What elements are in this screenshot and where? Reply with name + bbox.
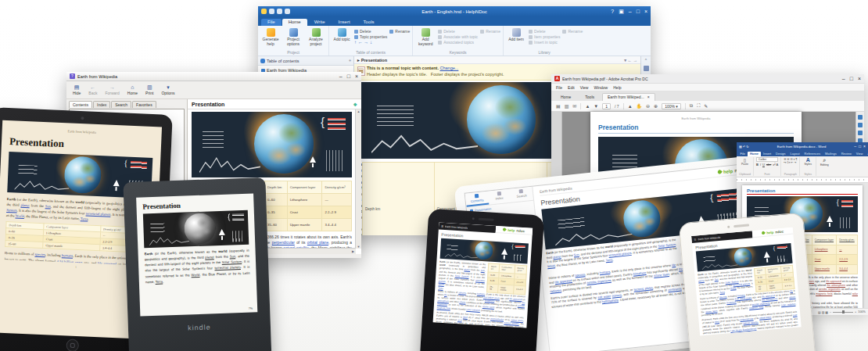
fullscreen-icon[interactable]: ⛶	[697, 103, 700, 109]
maximize-button[interactable]: □	[850, 76, 853, 81]
font-style-buttons[interactable]: B I U abc x² A	[756, 163, 778, 167]
add-topic-button[interactable]: Add topic	[332, 27, 352, 42]
minimize-button[interactable]: –	[854, 145, 856, 149]
document-tab[interactable]: Earth from Wikiped... ×	[602, 93, 655, 101]
tab-index[interactable]: Index	[487, 189, 511, 205]
delete-item-button[interactable]: Delete	[529, 29, 560, 34]
project-options-button[interactable]: Project options	[283, 27, 303, 46]
editing-button[interactable]: ⌕Editing	[819, 157, 830, 167]
menu-view[interactable]: View	[580, 85, 589, 90]
menu-edit[interactable]: Edit	[568, 85, 575, 90]
rename-topic-button[interactable]: Rename	[389, 29, 410, 34]
email-icon[interactable]: ✉	[572, 103, 576, 109]
menu-help[interactable]: Help	[613, 85, 621, 90]
editor-nav-icons[interactable]: ▾ ← →	[624, 58, 637, 63]
tab-file[interactable]: File	[738, 152, 747, 156]
associate-with-topic-button[interactable]: Associate with topic	[438, 34, 478, 39]
hamburger-icon[interactable]: ☰	[441, 224, 443, 227]
collapse-icon[interactable]: ^	[645, 58, 647, 63]
zoom-in-icon[interactable]: ⊕	[654, 103, 658, 109]
word-titlebar[interactable]: ▦ ↶ ↻ Earth from Wikipedia.docx - Word –…	[737, 142, 868, 150]
paste-button[interactable]: ▯Paste	[739, 157, 751, 166]
ruler[interactable]	[737, 177, 868, 183]
tab-layout[interactable]: Layout	[788, 152, 802, 156]
tab-contents[interactable]: Contents	[465, 192, 489, 207]
options-button[interactable]: ▾Options	[161, 84, 174, 95]
home-button[interactable]: ⌂Home	[127, 84, 138, 95]
font-name-select[interactable]: Calibri	[756, 157, 778, 162]
vertical-scrollbar[interactable]: ▲▼	[355, 109, 361, 249]
menu-window[interactable]: Window	[594, 85, 608, 90]
generate-help-button[interactable]: Generate help	[260, 27, 281, 46]
back-button[interactable]: ←Back	[88, 84, 97, 95]
page-up-icon[interactable]: ▲	[585, 104, 590, 109]
pin-icon[interactable]: ⌖	[349, 58, 351, 63]
analyze-project-button[interactable]: Analyze project	[306, 27, 326, 46]
styles-button[interactable]: AStyles	[802, 157, 813, 166]
print-icon[interactable]: ▥	[565, 103, 569, 109]
print-button[interactable]: ▥Print	[145, 84, 153, 95]
add-item-button[interactable]: Add item	[506, 27, 526, 42]
tab-tools[interactable]: Tools	[357, 19, 381, 26]
maximize-button[interactable]: □	[347, 73, 350, 79]
undo-icon[interactable]	[277, 9, 282, 14]
menu-file[interactable]: File	[556, 85, 562, 90]
topic-properties-button[interactable]: Topic properties	[354, 34, 387, 39]
zoom-level-select[interactable]: 100% ▾	[662, 103, 681, 109]
item-properties-button[interactable]: Item properties	[529, 34, 560, 39]
hand-tool-icon[interactable]: ✋	[637, 103, 643, 109]
helpndoc-titlebar[interactable]: Earth - English.hnd - HelpNDoc ? ▣ – □ ×	[258, 6, 651, 16]
tab-design[interactable]: Design	[774, 152, 787, 156]
tab-insert[interactable]: Insert	[332, 19, 357, 26]
insert-in-topic-button[interactable]: Insert in topic	[529, 40, 560, 45]
scroll-right-icon[interactable]: ▶	[352, 249, 354, 253]
chm-titlebar[interactable]: ? Earth from Wikipedia – □ ×	[66, 72, 361, 81]
zoom-slider[interactable]	[833, 312, 853, 313]
select-tool-icon[interactable]: ▲	[628, 104, 633, 109]
zoom-in-icon[interactable]: +	[855, 310, 856, 313]
home-button[interactable]	[66, 339, 79, 351]
minimize-button[interactable]: –	[842, 76, 845, 81]
list-buttons[interactable]: •≡ 1≡ ⇤ ⇥	[784, 161, 797, 164]
close-button[interactable]: ×	[355, 73, 358, 79]
word-quick-access[interactable]: ▦ ↶ ↻	[739, 145, 749, 149]
close-tab-icon[interactable]: ×	[647, 95, 650, 99]
minimize-button[interactable]: –	[339, 73, 343, 79]
tab-tools[interactable]: Tools	[579, 94, 601, 101]
page-down-icon[interactable]: ▼	[594, 104, 598, 109]
close-button[interactable]: ×	[858, 76, 861, 81]
highlight-icon[interactable]: ❖	[353, 102, 357, 107]
forward-button[interactable]: →Forward	[105, 84, 119, 95]
tab-search[interactable]: Search	[111, 101, 131, 108]
tab-write[interactable]: Write	[308, 19, 332, 26]
rename-keyword-button[interactable]: Rename	[480, 29, 500, 34]
scroll-down-icon[interactable]: ▼	[357, 245, 360, 249]
save-icon[interactable]: ▤	[556, 103, 561, 109]
maximize-button[interactable]: □	[859, 145, 861, 149]
tab-home[interactable]: Home	[748, 152, 760, 156]
change-link[interactable]: Change...	[440, 66, 459, 70]
breadcrumb[interactable]: Presentation	[361, 58, 387, 63]
hide-button[interactable]: ▤Hide	[73, 84, 81, 95]
zoom-out-icon[interactable]: ⊖	[646, 103, 650, 109]
add-keyword-button[interactable]: Add keyword	[415, 27, 436, 46]
save-icon[interactable]	[269, 9, 274, 14]
tab-mailings[interactable]: Mailings	[823, 152, 839, 156]
mobile-content[interactable]: Presentation { Earth (or the Earth), oth…	[433, 229, 533, 328]
scroll-up-icon[interactable]: ▲	[357, 109, 360, 113]
tab-view[interactable]: View	[854, 152, 865, 156]
topic-move-arrows[interactable]: ↑ ← → ↓	[354, 40, 387, 45]
tab-contents[interactable]: Contents	[69, 101, 92, 108]
delete-topic-button[interactable]: Delete	[354, 29, 387, 34]
zoom-out-icon[interactable]: –	[830, 310, 831, 313]
acrobat-titlebar[interactable]: A Earth from Wikipedia.pdf - Adobe Acrob…	[551, 74, 864, 84]
tab-favorites[interactable]: Favorites	[132, 101, 156, 108]
tab-review[interactable]: Review	[839, 152, 853, 156]
comment-icon[interactable]: ✎	[704, 103, 708, 109]
html-breadcrumb[interactable]: Earth from Wikipedia	[540, 186, 572, 193]
page-number-input[interactable]: 1	[602, 103, 611, 109]
tab-home[interactable]: Home	[554, 94, 577, 101]
hamburger-icon[interactable]: ☰	[694, 238, 696, 241]
rename-item-button[interactable]: Rename	[562, 29, 583, 34]
mobile-content[interactable]: Presentation { Earth (or the Earth), oth…	[692, 235, 802, 336]
